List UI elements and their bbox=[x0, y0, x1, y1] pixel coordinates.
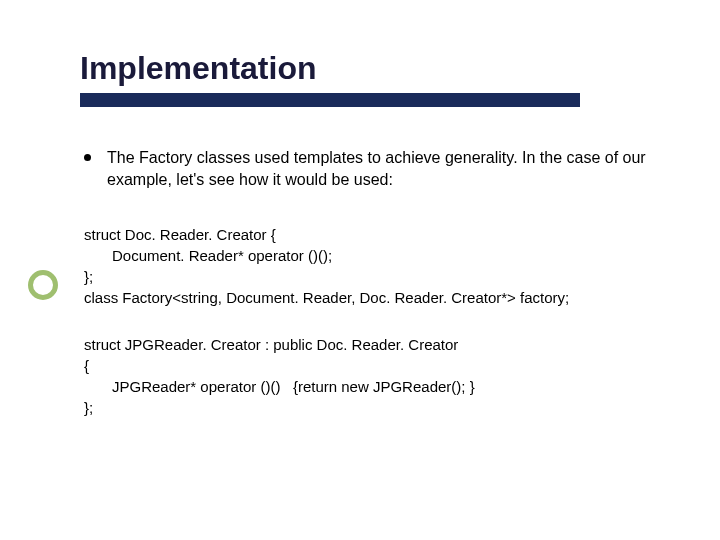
code-block-2: struct JPGReader. Creator : public Doc. … bbox=[84, 334, 670, 418]
code-block-1: struct Doc. Reader. Creator { Document. … bbox=[84, 224, 670, 308]
slide-title: Implementation bbox=[80, 50, 670, 87]
code-line: struct Doc. Reader. Creator { bbox=[84, 224, 670, 245]
code-line: }; bbox=[84, 397, 670, 418]
code-line: { bbox=[84, 355, 670, 376]
code-line: JPGReader* operator ()() {return new JPG… bbox=[84, 376, 670, 397]
code-line: class Factory<string, Document. Reader, … bbox=[84, 287, 670, 308]
code-line: }; bbox=[84, 266, 670, 287]
bullet-item: The Factory classes used templates to ac… bbox=[84, 147, 670, 190]
title-underline bbox=[80, 93, 580, 107]
bullet-text: The Factory classes used templates to ac… bbox=[107, 147, 670, 190]
code-line: Document. Reader* operator ()(); bbox=[84, 245, 670, 266]
code-line: struct JPGReader. Creator : public Doc. … bbox=[84, 334, 670, 355]
accent-circle-decoration bbox=[28, 270, 58, 300]
title-section: Implementation bbox=[80, 50, 670, 107]
bullet-dot-icon bbox=[84, 154, 91, 161]
slide-container: Implementation The Factory classes used … bbox=[0, 0, 720, 540]
